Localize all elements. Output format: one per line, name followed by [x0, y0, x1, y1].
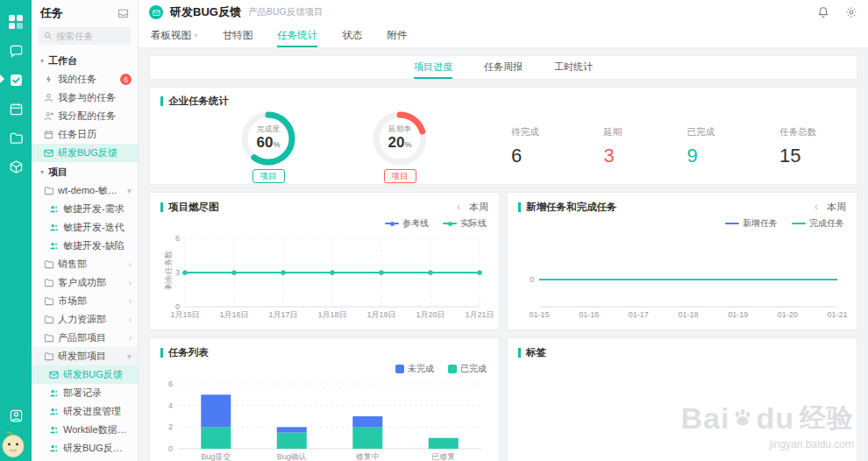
- sidebar-item[interactable]: 人力资源部›: [32, 310, 138, 329]
- bar-chart-svg: 0246Bug提交Bug确认修复中已修复: [155, 377, 494, 461]
- legend-item[interactable]: 实际线: [443, 217, 487, 230]
- svg-text:1月15日: 1月15日: [170, 310, 199, 319]
- folder-icon: [44, 259, 53, 269]
- sidebar-item[interactable]: 研发BUG反馈: [32, 365, 138, 384]
- sidebar-item[interactable]: 市场部›: [32, 292, 138, 310]
- subtab-2[interactable]: 工时统计: [554, 56, 593, 79]
- rail-user-icon[interactable]: [3, 402, 29, 429]
- legend-item[interactable]: 参考线: [385, 217, 429, 230]
- burndown-chart: 剩余任务数 0361月15日1月16日1月17日1月18日1月19日1月20日1…: [155, 231, 494, 323]
- period-selector[interactable]: ‹ 本周: [457, 201, 488, 214]
- svg-text:01-18: 01-18: [678, 310, 698, 319]
- search-input[interactable]: [56, 31, 119, 41]
- panel-title: 项目燃尽图: [160, 201, 219, 214]
- stat-item: 已完成9: [687, 126, 715, 167]
- period-label[interactable]: 本周: [827, 201, 846, 214]
- main-tab-1[interactable]: 甘特图: [223, 25, 253, 47]
- team-icon: [49, 443, 59, 453]
- sidebar-item[interactable]: 任务日历: [32, 125, 138, 144]
- inbox-icon[interactable]: [117, 8, 129, 19]
- gauge-tag[interactable]: 项目: [253, 169, 285, 183]
- chevron-down-icon: ▾: [40, 168, 44, 176]
- task-list-panel: 任务列表 未完成已完成 0246Bug提交Bug确认修复中已修复: [149, 337, 500, 461]
- sidebar-item[interactable]: 产品部项目›: [32, 329, 138, 347]
- sidebar-item[interactable]: 研发进度管理: [32, 402, 138, 421]
- team-icon: [49, 388, 59, 398]
- sidebar-item[interactable]: wt-demo-敏捷开发▾: [32, 181, 138, 200]
- main-tab-4[interactable]: 附件: [387, 25, 407, 47]
- legend-item[interactable]: 新增任务: [725, 217, 778, 230]
- rail-tasks-icon[interactable]: [3, 67, 29, 93]
- legend-marker: [385, 223, 399, 224]
- rail-calendar-icon[interactable]: [3, 96, 29, 122]
- chart-legend: 未完成已完成: [150, 361, 499, 375]
- chevron-left-icon[interactable]: ‹: [815, 201, 818, 213]
- sidebar-item[interactable]: 敏捷开发-缺陷: [32, 237, 138, 255]
- stat-label: 待完成: [511, 126, 539, 138]
- sidebar-item[interactable]: 研发BUG反馈: [32, 144, 138, 162]
- sidebar-item-label: 研发BUG反馈01: [63, 442, 132, 455]
- main-tab-3[interactable]: 状态: [342, 25, 362, 47]
- rail-chat-icon[interactable]: [3, 38, 29, 64]
- svg-text:1月18日: 1月18日: [317, 310, 346, 319]
- settings-gear-icon[interactable]: [845, 6, 857, 18]
- task-icon: [44, 74, 53, 84]
- folder-icon: [44, 333, 53, 343]
- team-icon: [49, 425, 59, 435]
- sidebar-section-header[interactable]: ▾工作台: [32, 51, 138, 70]
- svg-text:01-20: 01-20: [778, 310, 798, 319]
- svg-text:Bug确认: Bug确认: [277, 452, 307, 461]
- team-icon: [49, 407, 59, 416]
- chevron-down-icon: ▾: [127, 186, 132, 195]
- gauge-tag[interactable]: 项目: [384, 169, 416, 183]
- stat-label: 任务总数: [779, 126, 816, 138]
- sidebar-item[interactable]: 我分配的任务: [32, 107, 138, 125]
- legend-marker-dot: [390, 222, 395, 226]
- folder-icon: [44, 315, 53, 324]
- subtab-0[interactable]: 项目进度: [414, 56, 452, 79]
- enterprise-stats-panel: 企业任务统计 完成度60%项目延期率20%项目待完成6延期3已完成9任务总数15: [149, 87, 857, 185]
- chevron-right-icon: ›: [129, 315, 132, 324]
- sidebar-item-label: 人力资源部: [58, 313, 125, 326]
- legend-item[interactable]: 未完成: [395, 363, 434, 375]
- notifications-bell-icon[interactable]: [817, 6, 829, 18]
- legend-item[interactable]: 完成任务: [792, 217, 844, 230]
- sidebar-list: ▾工作台我的任务6我参与的任务我分配的任务任务日历研发BUG反馈▾项目wt-de…: [32, 51, 138, 461]
- stat-value: 6: [511, 145, 539, 167]
- chevron-left-icon[interactable]: ‹: [457, 201, 460, 213]
- period-label[interactable]: 本周: [469, 201, 488, 214]
- gauge-value: 60%: [257, 135, 281, 152]
- legend-marker: [443, 223, 457, 224]
- sidebar-item[interactable]: 销售部›: [32, 255, 138, 273]
- sidebar-section-header[interactable]: ▾项目: [32, 162, 138, 181]
- main-tab-0[interactable]: 看板视图˅: [151, 25, 198, 47]
- sidebar-item[interactable]: 我的任务6: [32, 70, 138, 89]
- sidebar-item[interactable]: 研发BUG反馈01: [32, 439, 138, 457]
- period-selector[interactable]: ‹ 本周: [815, 201, 846, 214]
- svg-text:修复中: 修复中: [356, 452, 380, 461]
- rail-logo-icon[interactable]: [3, 9, 29, 35]
- legend-marker: [448, 365, 457, 373]
- sidebar-title: 任务: [40, 5, 63, 21]
- legend-marker: [395, 365, 404, 373]
- sidebar-item-label: 任务日历: [58, 128, 132, 141]
- sidebar-item[interactable]: 部署记录: [32, 384, 138, 402]
- sidebar-item[interactable]: 敏捷开发-迭代: [32, 218, 138, 237]
- sidebar-item[interactable]: 我参与的任务: [32, 89, 138, 107]
- rail-apps-icon[interactable]: [3, 153, 29, 180]
- app-rail: [0, 0, 32, 461]
- sidebar-item[interactable]: 客户成功部›: [32, 273, 138, 292]
- legend-item[interactable]: 已完成: [448, 363, 487, 375]
- sidebar-item-label: Worktile数据导入: [63, 423, 132, 436]
- main-tab-2[interactable]: 任务统计: [277, 25, 317, 47]
- subtab-1[interactable]: 任务周报: [484, 56, 523, 79]
- sidebar-item[interactable]: Worktile数据导入: [32, 421, 138, 439]
- panel-title: 新增任务和完成任务: [518, 201, 617, 214]
- sidebar-item[interactable]: 敏捷开发-需求: [32, 200, 138, 218]
- search-box[interactable]: [39, 27, 131, 45]
- rail-projects-icon[interactable]: [3, 124, 29, 151]
- sidebar-item[interactable]: 研发部项目▾: [32, 347, 138, 365]
- gauge-text: 延期率20%: [371, 110, 429, 167]
- tab-label: 看板视图: [151, 29, 191, 42]
- svg-text:1月16日: 1月16日: [219, 310, 248, 319]
